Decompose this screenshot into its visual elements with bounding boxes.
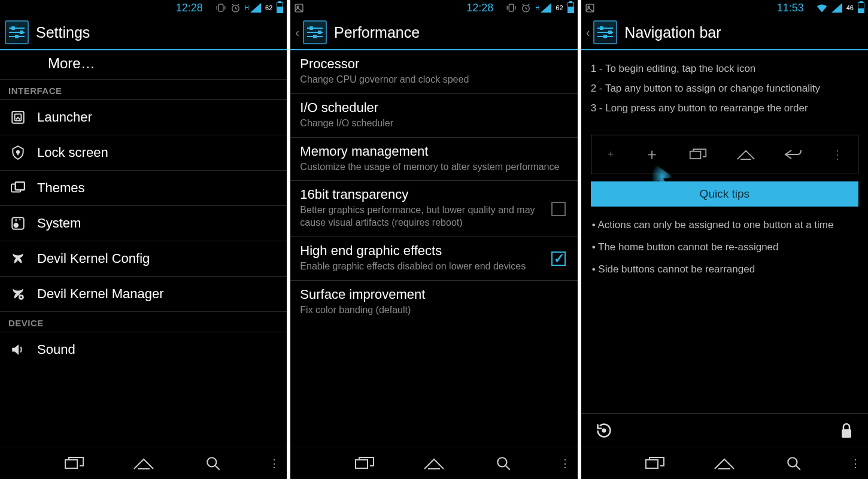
pref-summary: Customize the usage of memory to alter s… bbox=[300, 161, 567, 174]
home-slot[interactable] bbox=[736, 148, 755, 160]
svg-rect-25 bbox=[509, 4, 514, 11]
menu-button[interactable]: ⋮ bbox=[560, 457, 570, 470]
pref-high-end-gfx[interactable]: High end graphic effects Enable graphic … bbox=[290, 237, 577, 281]
item-devil-manager[interactable]: Devil Kernel Manager bbox=[0, 277, 287, 312]
page-title: Performance bbox=[334, 24, 420, 41]
pref-processor[interactable]: Processor Change CPU governor and clock … bbox=[290, 50, 577, 94]
svg-line-7 bbox=[238, 4, 239, 5]
home-button[interactable] bbox=[711, 453, 738, 474]
home-button[interactable] bbox=[130, 453, 157, 474]
lock-icon bbox=[10, 145, 26, 160]
svg-line-43 bbox=[796, 465, 801, 470]
menu-slot[interactable]: ⋮ bbox=[831, 147, 843, 162]
settings-icon[interactable] bbox=[303, 20, 327, 44]
svg-rect-15 bbox=[12, 217, 24, 229]
svg-rect-33 bbox=[356, 460, 368, 468]
recent-apps-button[interactable] bbox=[61, 453, 87, 474]
system-icon bbox=[10, 216, 26, 231]
menu-button[interactable]: ⋮ bbox=[269, 457, 280, 470]
network-type-label: H bbox=[535, 5, 539, 11]
pref-title: High end graphic effects bbox=[300, 243, 567, 259]
reset-button[interactable] bbox=[596, 422, 612, 439]
checkbox[interactable] bbox=[551, 202, 566, 216]
navbar-preview[interactable]: ＋ ＋ ⋮ bbox=[591, 135, 858, 174]
alarm-icon bbox=[230, 3, 241, 13]
recent-apps-button[interactable] bbox=[351, 453, 378, 474]
item-label: Launcher bbox=[37, 110, 92, 125]
navbar-editor-content: 1 - To begin editing, tap the lock icon … bbox=[581, 50, 868, 413]
item-launcher[interactable]: Launcher bbox=[0, 100, 287, 135]
add-slot-small[interactable]: ＋ bbox=[606, 148, 615, 160]
tip-line: • Side buttons cannot be rearranged bbox=[592, 263, 857, 277]
item-system[interactable]: System bbox=[0, 206, 287, 241]
svg-rect-13 bbox=[16, 182, 25, 190]
recent-apps-button[interactable] bbox=[642, 453, 668, 474]
editor-toolbar bbox=[581, 413, 868, 447]
settings-icon bbox=[5, 20, 29, 44]
svg-point-16 bbox=[14, 223, 19, 228]
system-nav-bar: ⋮ bbox=[290, 447, 577, 479]
network-type-label: H bbox=[245, 5, 249, 11]
back-caret-icon[interactable]: ‹ bbox=[586, 26, 590, 40]
search-button[interactable] bbox=[781, 453, 807, 474]
pref-summary: Better graphics performance, but lower q… bbox=[300, 204, 567, 229]
item-lock-screen[interactable]: Lock screen bbox=[0, 135, 287, 171]
status-bar: 12:28 H 62 bbox=[290, 0, 577, 16]
wifi-icon bbox=[817, 3, 827, 13]
sound-icon bbox=[10, 342, 26, 357]
signal-icon bbox=[250, 3, 261, 13]
pref-summary: Change I/O scheduler bbox=[300, 117, 567, 130]
vibrate-icon bbox=[506, 2, 517, 13]
battery-text: 62 bbox=[265, 4, 272, 11]
pref-summary: Fix color banding (default) bbox=[300, 304, 567, 317]
page-title: Navigation bar bbox=[624, 24, 721, 41]
more-item[interactable]: More… bbox=[0, 50, 287, 80]
svg-rect-40 bbox=[842, 429, 851, 438]
pref-16bit[interactable]: 16bit transparency Better graphics perfo… bbox=[290, 181, 577, 237]
settings-list[interactable]: More… INTERFACE Launcher Lock screen The… bbox=[0, 50, 287, 447]
item-label: System bbox=[37, 216, 81, 231]
instruction-line: 3 - Long press any button to rearrange t… bbox=[591, 102, 858, 116]
home-button[interactable] bbox=[421, 453, 447, 474]
pointer-icon bbox=[647, 159, 682, 195]
svg-point-24 bbox=[297, 5, 299, 7]
pref-title: Surface improvement bbox=[300, 287, 567, 302]
item-sound[interactable]: Sound bbox=[0, 332, 287, 367]
instructions: 1 - To begin editing, tap the lock icon … bbox=[581, 50, 868, 128]
pref-memory[interactable]: Memory management Customize the usage of… bbox=[290, 138, 577, 181]
pref-surface[interactable]: Surface improvement Fix color banding (d… bbox=[290, 281, 577, 324]
pref-summary: Change CPU governor and clock speed bbox=[300, 74, 567, 86]
svg-line-32 bbox=[528, 4, 529, 5]
phone-settings: 12:28 H 62 Settings More… INTERFACE bbox=[0, 0, 287, 479]
lock-button[interactable] bbox=[839, 422, 854, 439]
back-caret-icon[interactable]: ‹ bbox=[295, 26, 299, 40]
svg-rect-38 bbox=[690, 151, 701, 159]
category-interface: INTERFACE bbox=[0, 80, 287, 100]
page-title: Settings bbox=[36, 24, 90, 41]
item-label: Sound bbox=[37, 342, 75, 357]
signal-icon bbox=[831, 3, 842, 13]
category-device: DEVICE bbox=[0, 312, 287, 332]
item-themes[interactable]: Themes bbox=[0, 171, 287, 206]
checkbox[interactable] bbox=[551, 251, 566, 266]
system-nav-bar: ⋮ bbox=[581, 447, 868, 479]
item-devil-config[interactable]: Devil Kernel Config bbox=[0, 241, 287, 277]
search-button[interactable] bbox=[200, 453, 226, 474]
action-bar: ‹ Performance bbox=[290, 16, 577, 50]
recent-slot[interactable] bbox=[689, 148, 707, 161]
settings-icon[interactable] bbox=[593, 20, 617, 44]
back-slot[interactable] bbox=[784, 148, 802, 161]
svg-point-37 bbox=[588, 5, 590, 7]
svg-rect-0 bbox=[218, 4, 223, 11]
pref-title: Processor bbox=[300, 56, 567, 72]
pref-io-scheduler[interactable]: I/O scheduler Change I/O scheduler bbox=[290, 94, 577, 138]
svg-rect-41 bbox=[646, 460, 658, 468]
menu-button[interactable]: ⋮ bbox=[850, 457, 861, 470]
search-button[interactable] bbox=[490, 453, 517, 474]
themes-icon bbox=[10, 180, 26, 196]
svg-line-31 bbox=[523, 4, 524, 5]
battery-icon bbox=[277, 2, 283, 13]
performance-list[interactable]: Processor Change CPU governor and clock … bbox=[290, 50, 577, 447]
svg-point-21 bbox=[207, 457, 216, 466]
devil-gear-icon bbox=[10, 286, 26, 302]
